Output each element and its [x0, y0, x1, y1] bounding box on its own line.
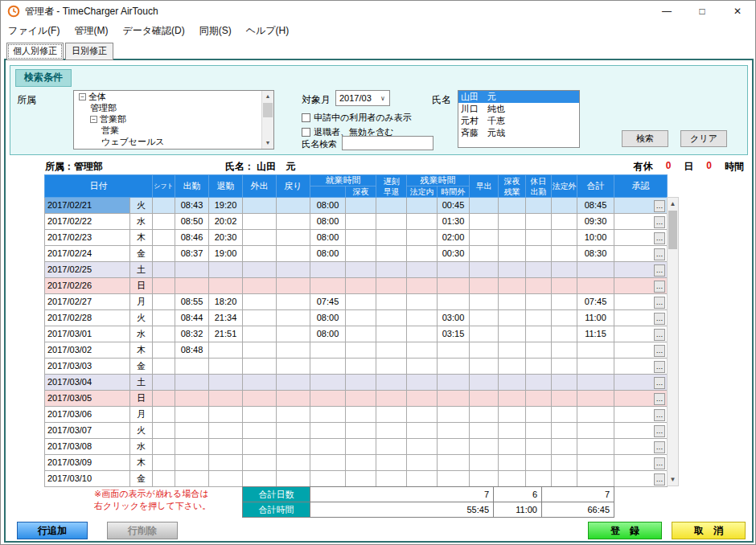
cell-back[interactable] [277, 214, 310, 230]
cell-nightot[interactable] [499, 278, 526, 294]
cell-date[interactable]: 2017/03/05 [45, 391, 130, 407]
cell-holiday[interactable] [526, 262, 552, 278]
cell-early[interactable] [470, 471, 499, 487]
target-month-select[interactable]: 2017/03 ∨ [335, 90, 390, 106]
cell-early[interactable] [470, 439, 499, 455]
cell-nonlegal[interactable] [552, 407, 577, 423]
cell-dow[interactable]: 火 [130, 198, 153, 214]
cell-legal[interactable] [407, 455, 438, 471]
clear-button[interactable]: クリア [680, 130, 727, 147]
cell-holiday[interactable] [526, 246, 552, 262]
cell-night[interactable] [346, 326, 376, 342]
approve-detail-button[interactable]: … [654, 425, 665, 437]
cell-nightot[interactable] [499, 326, 526, 342]
cell-dow[interactable]: 水 [130, 326, 153, 342]
cell-late[interactable] [376, 310, 407, 326]
cell-goout[interactable] [243, 198, 277, 214]
cell-in[interactable] [175, 375, 209, 391]
cell-holiday[interactable] [526, 342, 552, 359]
tab-daily-correction[interactable]: 日別修正 [65, 43, 113, 60]
cell-legal[interactable] [407, 294, 438, 310]
cell-early[interactable] [470, 342, 499, 359]
cell-date[interactable]: 2017/03/06 [45, 407, 130, 423]
approve-detail-button[interactable]: … [654, 264, 665, 277]
cell-extra[interactable] [438, 455, 470, 471]
cell-nonlegal[interactable] [552, 310, 577, 326]
cell-date[interactable]: 2017/02/22 [45, 214, 130, 230]
cell-total[interactable]: 10:00 [577, 230, 614, 246]
cell-in[interactable]: 08:50 [175, 214, 209, 230]
cell-back[interactable] [277, 326, 310, 342]
cell-date[interactable]: 2017/02/25 [45, 262, 130, 278]
cell-extra[interactable] [438, 294, 470, 310]
cell-dow[interactable]: 金 [130, 471, 153, 487]
cell-goout[interactable] [243, 294, 277, 310]
name-search-input[interactable] [342, 136, 433, 150]
cell-holiday[interactable] [526, 326, 552, 342]
cell-work[interactable] [310, 359, 346, 375]
cell-in[interactable]: 08:46 [175, 230, 209, 246]
cell-late[interactable] [376, 198, 407, 214]
cell-night[interactable] [346, 359, 376, 375]
cell-out[interactable] [209, 407, 243, 423]
cell-nightot[interactable] [499, 375, 526, 391]
cell-legal[interactable] [407, 214, 438, 230]
cell-holiday[interactable] [526, 294, 552, 310]
cell-night[interactable] [346, 198, 376, 214]
name-list-item[interactable]: 川口 純也 [458, 103, 579, 115]
cell-in[interactable] [175, 471, 209, 487]
cell-shift[interactable] [153, 262, 175, 278]
cell-late[interactable] [376, 471, 407, 487]
cell-out[interactable] [209, 342, 243, 359]
cell-work[interactable]: 08:00 [310, 198, 346, 214]
cell-late[interactable] [376, 214, 407, 230]
cell-early[interactable] [470, 294, 499, 310]
cell-total[interactable] [577, 278, 614, 294]
cell-in[interactable] [175, 423, 209, 439]
include-retired-checkbox[interactable] [302, 128, 310, 137]
cell-extra[interactable] [438, 262, 470, 278]
delete-row-button[interactable]: 行削除 [107, 522, 178, 539]
cell-shift[interactable] [153, 278, 175, 294]
cell-total[interactable]: 09:30 [577, 214, 614, 230]
cell-night[interactable] [346, 375, 376, 391]
cell-out[interactable] [209, 375, 243, 391]
cell-shift[interactable] [153, 294, 175, 310]
cell-in[interactable] [175, 407, 209, 423]
cell-work[interactable]: 07:45 [310, 294, 346, 310]
cell-extra[interactable] [438, 278, 470, 294]
cell-out[interactable]: 20:02 [209, 214, 243, 230]
cell-nightot[interactable] [499, 455, 526, 471]
approve-detail-button[interactable]: … [654, 248, 665, 260]
cell-date[interactable]: 2017/03/01 [45, 326, 130, 342]
cell-work[interactable]: 08:00 [310, 230, 346, 246]
cell-total[interactable]: 07:45 [577, 294, 614, 310]
cell-holiday[interactable] [526, 278, 552, 294]
cell-legal[interactable] [407, 439, 438, 455]
cell-goout[interactable] [243, 455, 277, 471]
approve-detail-button[interactable]: … [654, 473, 665, 486]
cell-in[interactable] [175, 278, 209, 294]
scrollbar-up-icon[interactable]: ▲ [668, 198, 678, 210]
cell-in[interactable] [175, 359, 209, 375]
cell-in[interactable]: 08:37 [175, 246, 209, 262]
cell-dow[interactable]: 金 [130, 359, 153, 375]
cell-back[interactable] [277, 423, 310, 439]
cell-holiday[interactable] [526, 455, 552, 471]
cell-extra[interactable] [438, 342, 470, 359]
cell-legal[interactable] [407, 391, 438, 407]
cell-night[interactable] [346, 391, 376, 407]
cell-goout[interactable] [243, 471, 277, 487]
cell-work[interactable]: 08:00 [310, 310, 346, 326]
cell-work[interactable]: 08:00 [310, 246, 346, 262]
cell-nonlegal[interactable] [552, 359, 577, 375]
cell-legal[interactable] [407, 359, 438, 375]
cell-shift[interactable] [153, 359, 175, 375]
cell-goout[interactable] [243, 310, 277, 326]
cell-goout[interactable] [243, 262, 277, 278]
cell-dow[interactable]: 土 [130, 262, 153, 278]
cell-late[interactable] [376, 326, 407, 342]
cell-holiday[interactable] [526, 214, 552, 230]
cell-late[interactable] [376, 391, 407, 407]
tab-personal-correction[interactable]: 個人別修正 [6, 43, 64, 60]
